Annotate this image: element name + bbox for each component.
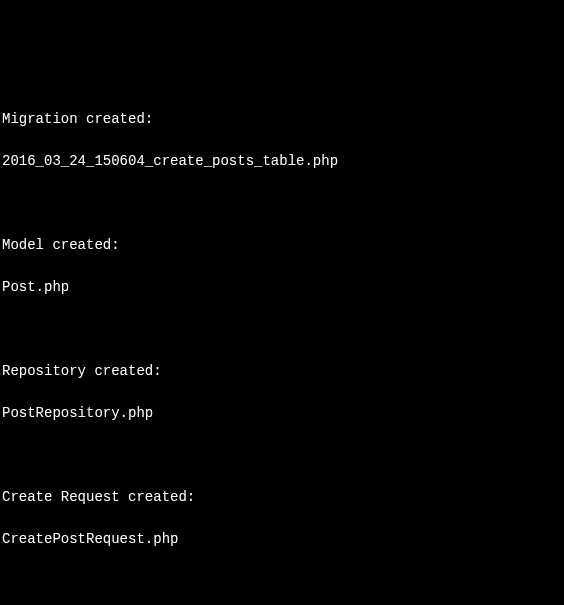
output-line: [2, 571, 562, 592]
output-line: Migration created:: [2, 109, 562, 130]
output-line: CreatePostRequest.php: [2, 529, 562, 550]
output-line: [2, 193, 562, 214]
output-line: Post.php: [2, 277, 562, 298]
output-line: [2, 319, 562, 340]
terminal-output[interactable]: Migration created: 2016_03_24_150604_cre…: [2, 88, 562, 605]
output-line: Repository created:: [2, 361, 562, 382]
output-line: Create Request created:: [2, 487, 562, 508]
output-line: [2, 445, 562, 466]
output-line: Model created:: [2, 235, 562, 256]
output-line: PostRepository.php: [2, 403, 562, 424]
output-line: 2016_03_24_150604_create_posts_table.php: [2, 151, 562, 172]
